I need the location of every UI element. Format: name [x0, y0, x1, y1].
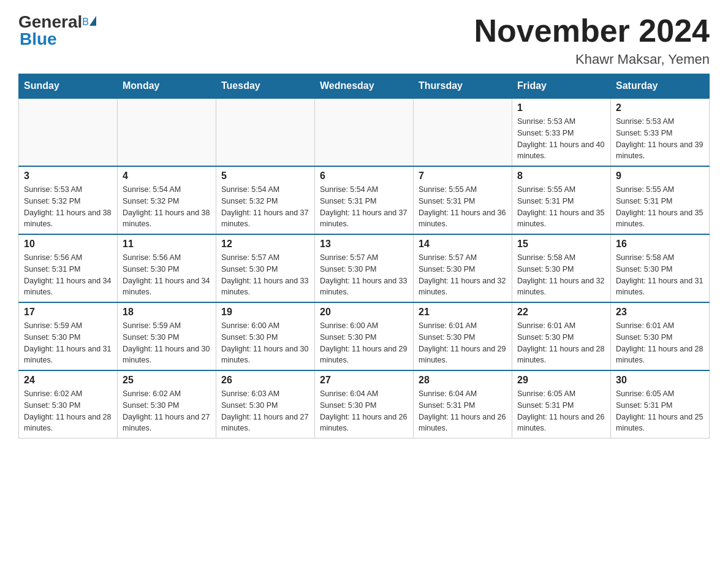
day-info: Sunrise: 5:59 AMSunset: 5:30 PMDaylight:…	[123, 320, 211, 366]
day-of-week-friday: Friday	[512, 74, 611, 99]
day-info: Sunrise: 5:54 AMSunset: 5:31 PMDaylight:…	[320, 184, 408, 230]
day-info: Sunrise: 6:01 AMSunset: 5:30 PMDaylight:…	[517, 320, 605, 366]
logo-blue-text: Blue	[20, 29, 57, 49]
day-of-week-saturday: Saturday	[611, 74, 710, 99]
calendar-cell: 2Sunrise: 5:53 AMSunset: 5:33 PMDaylight…	[611, 98, 710, 166]
day-info: Sunrise: 5:57 AMSunset: 5:30 PMDaylight:…	[221, 252, 309, 298]
day-of-week-tuesday: Tuesday	[216, 74, 315, 99]
calendar-cell: 3Sunrise: 5:53 AMSunset: 5:32 PMDaylight…	[19, 166, 118, 234]
day-number: 20	[320, 307, 408, 318]
calendar-cell: 14Sunrise: 5:57 AMSunset: 5:30 PMDayligh…	[414, 234, 512, 302]
day-of-week-sunday: Sunday	[19, 74, 118, 99]
calendar-cell: 12Sunrise: 5:57 AMSunset: 5:30 PMDayligh…	[216, 234, 315, 302]
calendar-cell: 29Sunrise: 6:05 AMSunset: 5:31 PMDayligh…	[512, 370, 611, 439]
day-number: 11	[123, 239, 211, 250]
day-info: Sunrise: 5:55 AMSunset: 5:31 PMDaylight:…	[517, 184, 605, 230]
day-number: 5	[221, 170, 309, 182]
day-info: Sunrise: 5:53 AMSunset: 5:33 PMDaylight:…	[616, 116, 704, 162]
day-number: 17	[24, 307, 112, 318]
calendar-cell: 10Sunrise: 5:56 AMSunset: 5:31 PMDayligh…	[19, 234, 118, 302]
calendar-cell: 26Sunrise: 6:03 AMSunset: 5:30 PMDayligh…	[216, 370, 315, 439]
day-number: 22	[517, 307, 605, 318]
day-number: 14	[419, 239, 507, 250]
calendar-cell: 30Sunrise: 6:05 AMSunset: 5:31 PMDayligh…	[611, 370, 710, 439]
calendar-cell: 1Sunrise: 5:53 AMSunset: 5:33 PMDaylight…	[512, 98, 611, 166]
day-number: 29	[517, 375, 605, 386]
day-info: Sunrise: 6:05 AMSunset: 5:31 PMDaylight:…	[517, 388, 605, 434]
calendar-cell: 13Sunrise: 5:57 AMSunset: 5:30 PMDayligh…	[315, 234, 414, 302]
calendar-subtitle: Khawr Maksar, Yemen	[474, 52, 710, 67]
calendar-body: 1Sunrise: 5:53 AMSunset: 5:33 PMDaylight…	[19, 98, 710, 439]
calendar-cell: 20Sunrise: 6:00 AMSunset: 5:30 PMDayligh…	[315, 302, 414, 370]
day-number: 9	[616, 170, 704, 182]
page-header: GeneralB Blue November 2024 Khawr Maksar…	[18, 12, 710, 67]
day-number: 12	[221, 239, 309, 250]
day-number: 6	[320, 170, 408, 182]
day-of-week-monday: Monday	[118, 74, 216, 99]
calendar-cell: 28Sunrise: 6:04 AMSunset: 5:31 PMDayligh…	[414, 370, 512, 439]
day-info: Sunrise: 5:58 AMSunset: 5:30 PMDaylight:…	[616, 252, 704, 298]
day-info: Sunrise: 6:02 AMSunset: 5:30 PMDaylight:…	[24, 388, 112, 434]
calendar-week-3: 10Sunrise: 5:56 AMSunset: 5:31 PMDayligh…	[19, 234, 710, 302]
day-info: Sunrise: 5:57 AMSunset: 5:30 PMDaylight:…	[419, 252, 507, 298]
day-info: Sunrise: 5:53 AMSunset: 5:32 PMDaylight:…	[24, 184, 112, 230]
title-section: November 2024 Khawr Maksar, Yemen	[474, 12, 710, 67]
day-number: 27	[320, 375, 408, 386]
calendar-cell: 8Sunrise: 5:55 AMSunset: 5:31 PMDaylight…	[512, 166, 611, 234]
calendar-cell: 9Sunrise: 5:55 AMSunset: 5:31 PMDaylight…	[611, 166, 710, 234]
calendar-cell: 22Sunrise: 6:01 AMSunset: 5:30 PMDayligh…	[512, 302, 611, 370]
calendar-cell: 17Sunrise: 5:59 AMSunset: 5:30 PMDayligh…	[19, 302, 118, 370]
day-info: Sunrise: 5:53 AMSunset: 5:33 PMDaylight:…	[517, 116, 605, 162]
calendar-week-1: 1Sunrise: 5:53 AMSunset: 5:33 PMDaylight…	[19, 98, 710, 166]
day-number: 30	[616, 375, 704, 386]
logo-triangle-icon	[89, 16, 96, 26]
day-info: Sunrise: 6:05 AMSunset: 5:31 PMDaylight:…	[616, 388, 704, 434]
calendar-cell: 24Sunrise: 6:02 AMSunset: 5:30 PMDayligh…	[19, 370, 118, 439]
day-info: Sunrise: 6:00 AMSunset: 5:30 PMDaylight:…	[320, 320, 408, 366]
day-info: Sunrise: 5:56 AMSunset: 5:31 PMDaylight:…	[24, 252, 112, 298]
day-info: Sunrise: 5:59 AMSunset: 5:30 PMDaylight:…	[24, 320, 112, 366]
calendar-title: November 2024	[474, 12, 710, 49]
day-info: Sunrise: 5:57 AMSunset: 5:30 PMDaylight:…	[320, 252, 408, 298]
day-number: 16	[616, 239, 704, 250]
calendar-cell	[118, 98, 216, 166]
day-number: 7	[419, 170, 507, 182]
calendar-cell	[315, 98, 414, 166]
calendar-cell: 11Sunrise: 5:56 AMSunset: 5:30 PMDayligh…	[118, 234, 216, 302]
day-number: 19	[221, 307, 309, 318]
day-number: 10	[24, 239, 112, 250]
day-info: Sunrise: 5:58 AMSunset: 5:30 PMDaylight:…	[517, 252, 605, 298]
day-number: 4	[123, 170, 211, 182]
calendar-cell: 15Sunrise: 5:58 AMSunset: 5:30 PMDayligh…	[512, 234, 611, 302]
calendar-cell	[414, 98, 512, 166]
day-number: 15	[517, 239, 605, 250]
calendar-cell: 16Sunrise: 5:58 AMSunset: 5:30 PMDayligh…	[611, 234, 710, 302]
day-info: Sunrise: 5:55 AMSunset: 5:31 PMDaylight:…	[419, 184, 507, 230]
calendar-cell: 6Sunrise: 5:54 AMSunset: 5:31 PMDaylight…	[315, 166, 414, 234]
calendar-table: SundayMondayTuesdayWednesdayThursdayFrid…	[18, 74, 710, 439]
day-number: 28	[419, 375, 507, 386]
calendar-cell: 7Sunrise: 5:55 AMSunset: 5:31 PMDaylight…	[414, 166, 512, 234]
calendar-cell: 21Sunrise: 6:01 AMSunset: 5:30 PMDayligh…	[414, 302, 512, 370]
day-number: 13	[320, 239, 408, 250]
day-of-week-thursday: Thursday	[414, 74, 512, 99]
day-number: 23	[616, 307, 704, 318]
calendar-cell: 18Sunrise: 5:59 AMSunset: 5:30 PMDayligh…	[118, 302, 216, 370]
day-number: 3	[24, 170, 112, 182]
calendar-header: SundayMondayTuesdayWednesdayThursdayFrid…	[19, 74, 710, 99]
day-info: Sunrise: 6:04 AMSunset: 5:31 PMDaylight:…	[419, 388, 507, 434]
logo: GeneralB Blue	[18, 12, 96, 49]
day-number: 18	[123, 307, 211, 318]
day-info: Sunrise: 5:54 AMSunset: 5:32 PMDaylight:…	[123, 184, 211, 230]
calendar-cell: 25Sunrise: 6:02 AMSunset: 5:30 PMDayligh…	[118, 370, 216, 439]
calendar-cell: 27Sunrise: 6:04 AMSunset: 5:30 PMDayligh…	[315, 370, 414, 439]
day-info: Sunrise: 6:03 AMSunset: 5:30 PMDaylight:…	[221, 388, 309, 434]
calendar-cell: 19Sunrise: 6:00 AMSunset: 5:30 PMDayligh…	[216, 302, 315, 370]
calendar-cell: 5Sunrise: 5:54 AMSunset: 5:32 PMDaylight…	[216, 166, 315, 234]
days-of-week-row: SundayMondayTuesdayWednesdayThursdayFrid…	[19, 74, 710, 99]
calendar-cell: 23Sunrise: 6:01 AMSunset: 5:30 PMDayligh…	[611, 302, 710, 370]
day-number: 1	[517, 102, 605, 113]
day-number: 21	[419, 307, 507, 318]
day-number: 25	[123, 375, 211, 386]
day-number: 24	[24, 375, 112, 386]
